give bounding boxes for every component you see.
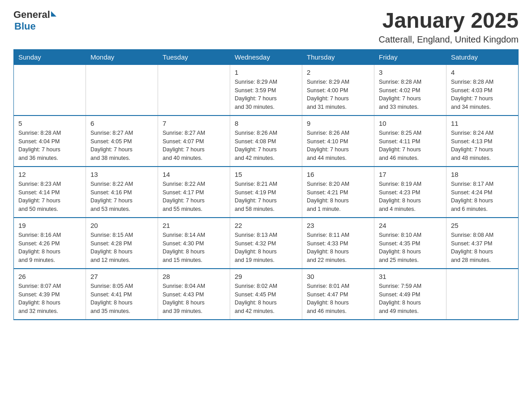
calendar-week-1: 1Sunrise: 8:29 AMSunset: 3:59 PMDaylight… — [14, 64, 519, 116]
calendar-cell: 6Sunrise: 8:27 AMSunset: 4:05 PMDaylight… — [86, 116, 158, 167]
day-number: 2 — [307, 68, 369, 76]
day-number: 8 — [235, 120, 297, 127]
calendar-cell: 20Sunrise: 8:15 AMSunset: 4:28 PMDayligh… — [86, 218, 158, 269]
calendar-cell: 2Sunrise: 8:29 AMSunset: 4:00 PMDaylight… — [302, 64, 374, 116]
calendar-cell: 23Sunrise: 8:11 AMSunset: 4:33 PMDayligh… — [302, 218, 374, 269]
calendar-cell: 24Sunrise: 8:10 AMSunset: 4:35 PMDayligh… — [374, 218, 446, 269]
calendar-header-monday: Monday — [86, 49, 158, 64]
calendar-cell: 21Sunrise: 8:14 AMSunset: 4:30 PMDayligh… — [158, 218, 230, 269]
day-info: Sunrise: 8:08 AMSunset: 4:37 PMDaylight:… — [451, 231, 514, 265]
day-number: 21 — [163, 222, 225, 229]
day-info: Sunrise: 8:27 AMSunset: 4:07 PMDaylight:… — [163, 129, 225, 163]
day-info: Sunrise: 8:04 AMSunset: 4:43 PMDaylight:… — [163, 282, 225, 316]
calendar-cell: 9Sunrise: 8:26 AMSunset: 4:10 PMDaylight… — [302, 116, 374, 167]
calendar-cell — [86, 64, 158, 116]
day-info: Sunrise: 8:29 AMSunset: 3:59 PMDaylight:… — [235, 78, 297, 111]
day-number: 23 — [307, 222, 369, 229]
day-info: Sunrise: 8:02 AMSunset: 4:45 PMDaylight:… — [235, 282, 297, 316]
day-info: Sunrise: 8:13 AMSunset: 4:32 PMDaylight:… — [235, 231, 297, 265]
calendar-cell: 8Sunrise: 8:26 AMSunset: 4:08 PMDaylight… — [230, 116, 302, 167]
day-number: 11 — [451, 120, 514, 127]
calendar-cell: 10Sunrise: 8:25 AMSunset: 4:11 PMDayligh… — [374, 116, 446, 167]
day-number: 10 — [379, 120, 442, 127]
day-info: Sunrise: 8:24 AMSunset: 4:13 PMDaylight:… — [451, 129, 514, 163]
day-number: 4 — [451, 68, 514, 76]
day-info: Sunrise: 8:29 AMSunset: 4:00 PMDaylight:… — [307, 78, 369, 111]
logo: General Blue — [13, 9, 56, 33]
day-number: 31 — [379, 273, 442, 280]
day-info: Sunrise: 8:23 AMSunset: 4:14 PMDaylight:… — [18, 180, 81, 214]
day-number: 18 — [451, 171, 514, 178]
day-number: 16 — [307, 171, 369, 178]
calendar-cell — [158, 64, 230, 116]
day-info: Sunrise: 8:17 AMSunset: 4:24 PMDaylight:… — [451, 180, 514, 214]
calendar-week-2: 5Sunrise: 8:28 AMSunset: 4:04 PMDaylight… — [14, 116, 519, 167]
calendar-table: SundayMondayTuesdayWednesdayThursdayFrid… — [13, 49, 519, 320]
logo-triangle-icon — [51, 11, 56, 17]
day-number: 20 — [90, 222, 153, 229]
calendar-header-thursday: Thursday — [302, 49, 374, 64]
calendar-cell: 4Sunrise: 8:28 AMSunset: 4:03 PMDaylight… — [446, 64, 519, 116]
day-info: Sunrise: 8:25 AMSunset: 4:11 PMDaylight:… — [379, 129, 442, 163]
logo-blue: Blue — [14, 21, 36, 32]
day-number: 1 — [235, 68, 297, 76]
page-header: General Blue January 2025 Catterall, Eng… — [13, 9, 519, 45]
day-info: Sunrise: 8:22 AMSunset: 4:17 PMDaylight:… — [163, 180, 225, 214]
day-info: Sunrise: 8:07 AMSunset: 4:39 PMDaylight:… — [18, 282, 81, 316]
day-info: Sunrise: 8:21 AMSunset: 4:19 PMDaylight:… — [235, 180, 297, 214]
day-number: 9 — [307, 120, 369, 127]
calendar-cell: 29Sunrise: 8:02 AMSunset: 4:45 PMDayligh… — [230, 269, 302, 320]
day-number: 17 — [379, 171, 442, 178]
day-info: Sunrise: 8:05 AMSunset: 4:41 PMDaylight:… — [90, 282, 153, 316]
day-info: Sunrise: 8:10 AMSunset: 4:35 PMDaylight:… — [379, 231, 442, 265]
day-info: Sunrise: 8:14 AMSunset: 4:30 PMDaylight:… — [163, 231, 225, 265]
day-info: Sunrise: 8:19 AMSunset: 4:23 PMDaylight:… — [379, 180, 442, 214]
day-number: 22 — [235, 222, 297, 229]
calendar-cell: 28Sunrise: 8:04 AMSunset: 4:43 PMDayligh… — [158, 269, 230, 320]
day-info: Sunrise: 8:15 AMSunset: 4:28 PMDaylight:… — [90, 231, 153, 265]
calendar-cell: 16Sunrise: 8:20 AMSunset: 4:21 PMDayligh… — [302, 167, 374, 218]
calendar-cell: 18Sunrise: 8:17 AMSunset: 4:24 PMDayligh… — [446, 167, 519, 218]
page-title: January 2025 — [379, 9, 519, 33]
calendar-cell: 11Sunrise: 8:24 AMSunset: 4:13 PMDayligh… — [446, 116, 519, 167]
calendar-header-sunday: Sunday — [14, 49, 86, 64]
day-info: Sunrise: 8:27 AMSunset: 4:05 PMDaylight:… — [90, 129, 153, 163]
calendar-header-friday: Friday — [374, 49, 446, 64]
day-number: 25 — [451, 222, 514, 229]
day-number: 3 — [379, 68, 442, 76]
day-info: Sunrise: 8:16 AMSunset: 4:26 PMDaylight:… — [18, 231, 81, 265]
day-number: 12 — [18, 171, 81, 178]
day-info: Sunrise: 8:22 AMSunset: 4:16 PMDaylight:… — [90, 180, 153, 214]
day-info: Sunrise: 7:59 AMSunset: 4:49 PMDaylight:… — [379, 282, 442, 316]
calendar-week-4: 19Sunrise: 8:16 AMSunset: 4:26 PMDayligh… — [14, 218, 519, 269]
calendar-cell: 13Sunrise: 8:22 AMSunset: 4:16 PMDayligh… — [86, 167, 158, 218]
calendar-cell: 1Sunrise: 8:29 AMSunset: 3:59 PMDaylight… — [230, 64, 302, 116]
title-block: January 2025 Catterall, England, United … — [379, 9, 519, 45]
calendar-cell: 12Sunrise: 8:23 AMSunset: 4:14 PMDayligh… — [14, 167, 86, 218]
calendar-cell: 5Sunrise: 8:28 AMSunset: 4:04 PMDaylight… — [14, 116, 86, 167]
day-info: Sunrise: 8:26 AMSunset: 4:08 PMDaylight:… — [235, 129, 297, 163]
day-info: Sunrise: 8:20 AMSunset: 4:21 PMDaylight:… — [307, 180, 369, 214]
day-info: Sunrise: 8:11 AMSunset: 4:33 PMDaylight:… — [307, 231, 369, 265]
calendar-cell: 19Sunrise: 8:16 AMSunset: 4:26 PMDayligh… — [14, 218, 86, 269]
day-number: 27 — [90, 273, 153, 280]
calendar-cell: 30Sunrise: 8:01 AMSunset: 4:47 PMDayligh… — [302, 269, 374, 320]
location-subtitle: Catterall, England, United Kingdom — [379, 34, 519, 45]
day-number: 28 — [163, 273, 225, 280]
day-number: 5 — [18, 120, 81, 127]
calendar-cell: 25Sunrise: 8:08 AMSunset: 4:37 PMDayligh… — [446, 218, 519, 269]
calendar-cell: 3Sunrise: 8:28 AMSunset: 4:02 PMDaylight… — [374, 64, 446, 116]
day-number: 7 — [163, 120, 225, 127]
day-info: Sunrise: 8:28 AMSunset: 4:02 PMDaylight:… — [379, 78, 442, 111]
day-number: 24 — [379, 222, 442, 229]
calendar-cell: 22Sunrise: 8:13 AMSunset: 4:32 PMDayligh… — [230, 218, 302, 269]
calendar-cell: 14Sunrise: 8:22 AMSunset: 4:17 PMDayligh… — [158, 167, 230, 218]
calendar-header-tuesday: Tuesday — [158, 49, 230, 64]
calendar-cell: 31Sunrise: 7:59 AMSunset: 4:49 PMDayligh… — [374, 269, 446, 320]
calendar-week-5: 26Sunrise: 8:07 AMSunset: 4:39 PMDayligh… — [14, 269, 519, 320]
calendar-header-row: SundayMondayTuesdayWednesdayThursdayFrid… — [14, 49, 519, 64]
day-number: 19 — [18, 222, 81, 229]
calendar-cell: 17Sunrise: 8:19 AMSunset: 4:23 PMDayligh… — [374, 167, 446, 218]
calendar-cell: 26Sunrise: 8:07 AMSunset: 4:39 PMDayligh… — [14, 269, 86, 320]
calendar-cell — [446, 269, 519, 320]
